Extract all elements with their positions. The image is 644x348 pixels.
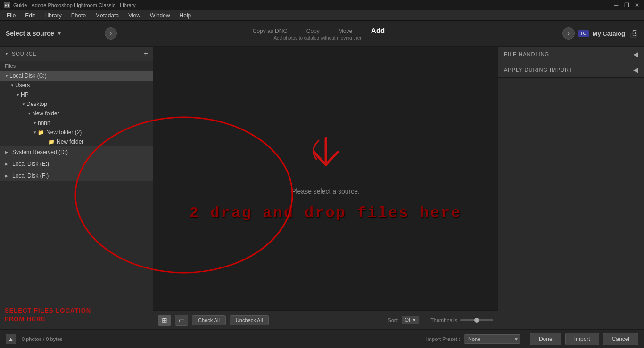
window-controls[interactable]: ─ ❐ ✕ [613, 2, 640, 8]
disk-toggle-d: ▶ [5, 150, 10, 154]
menu-bar: File Edit Library Photo Metadata View Wi… [0, 10, 644, 21]
annotation-line2: FROM HERE [5, 315, 148, 324]
panel-title: ▼ Source [5, 51, 37, 57]
tree-system-reserved[interactable]: ▶ System Reserved (D:) [0, 146, 153, 158]
center-content: Please select a source. 2 drag and drop … [153, 47, 498, 310]
file-label: Files [0, 61, 153, 71]
panel-add-button[interactable]: + [144, 49, 148, 58]
apply-during-import-collapse[interactable]: ◀ [633, 66, 638, 73]
tree-label-users: Users [15, 82, 30, 89]
left-panel: ▼ Source + Files ▼ Local Disk (C:) ▼ Use… [0, 47, 153, 329]
tree-new-folder-2[interactable]: ▼ 📁 New folder (2) [0, 128, 153, 137]
menu-metadata[interactable]: Metadata [91, 11, 124, 20]
menu-view[interactable]: View [124, 11, 145, 20]
svg-line-3 [326, 152, 338, 165]
tree-toggle-desktop: ▼ [21, 102, 26, 106]
tree-nnnn[interactable]: ▼ nnnn [0, 118, 153, 128]
please-select-text: Please select a source. [291, 187, 360, 195]
source-selector[interactable]: Select a source ▾ [6, 30, 105, 37]
disk-label-d: System Reserved (D:) [12, 149, 68, 155]
sort-section: Sort: Off ▾ [388, 316, 419, 324]
tree-label-hp: HP [21, 91, 29, 98]
dest-badge: TO [578, 30, 589, 37]
loupe-view-button[interactable]: ▭ [175, 315, 188, 326]
menu-window[interactable]: Window [145, 11, 175, 20]
tree-desktop[interactable]: ▼ Desktop [0, 99, 153, 109]
sort-select[interactable]: Off ▾ [402, 316, 420, 324]
menu-help[interactable]: Help [175, 11, 196, 20]
tree-hp[interactable]: ▼ HP [0, 90, 153, 99]
left-annotation: SELECT FILES LOCATION FROM HERE [0, 301, 153, 329]
tree-toggle-users: ▼ [9, 83, 15, 88]
maximize-button[interactable]: ❐ [623, 2, 630, 8]
menu-file[interactable]: File [2, 11, 20, 20]
import-preset-section: Import Preset : None [426, 334, 520, 344]
tree-new-folder[interactable]: ▼ New folder [0, 109, 153, 118]
mode-subtitle: Add photos to catalog without moving the… [273, 35, 363, 40]
preset-label: Import Preset : [426, 336, 460, 342]
disk-toggle-e: ▶ [5, 162, 10, 166]
file-handling-title: File Handling [504, 51, 549, 57]
tree-users[interactable]: ▼ Users [0, 81, 153, 90]
bottom-bar: ▲ 0 photos / 0 bytes Import Preset : Non… [0, 329, 644, 348]
disk-toggle-f: ▶ [5, 173, 10, 178]
menu-library[interactable]: Library [40, 11, 66, 20]
file-handling-collapse[interactable]: ◀ [633, 50, 638, 58]
thumbnails-label: Thumbnails [430, 317, 457, 323]
disk-label-f: Local Disk (F:) [12, 172, 49, 179]
mode-copy[interactable]: Copy [306, 28, 320, 34]
check-all-button[interactable]: Check All [192, 315, 226, 325]
uncheck-all-button[interactable]: Uncheck All [230, 315, 269, 325]
tree-local-disk-f[interactable]: ▶ Local Disk (F:) [0, 170, 153, 182]
close-button[interactable]: ✕ [634, 2, 640, 8]
source-dropdown-arrow: ▾ [58, 30, 61, 37]
expand-button[interactable]: ▲ [6, 334, 16, 344]
mode-add[interactable]: Add [371, 26, 385, 34]
thumbnails-section: Thumbnails [430, 317, 493, 323]
tree-toggle-hp: ▼ [15, 93, 21, 97]
dest-label: My Catalog [593, 30, 625, 37]
dest-arrow-button[interactable]: › [562, 27, 575, 40]
folder-icon-nfc: 📁 [48, 139, 55, 145]
catalog-icon: 🖨 [629, 28, 638, 39]
tree-label-nfc: New folder [57, 138, 83, 145]
preset-wrapper: None [464, 334, 520, 344]
drag-drop-text: 2 drag and drop files here [190, 204, 462, 222]
tree-label-desktop: Desktop [26, 101, 47, 107]
apply-during-import-title: Apply During Import [504, 67, 573, 73]
import-button[interactable]: Import [565, 333, 599, 345]
minimize-button[interactable]: ─ [613, 2, 619, 8]
panel-header: ▼ Source + [0, 47, 153, 61]
tree-local-disk-c[interactable]: ▼ Local Disk (C:) [0, 71, 153, 81]
menu-edit[interactable]: Edit [20, 11, 40, 20]
tree-label-nnnn: nnnn [38, 120, 50, 126]
tree-new-folder-child[interactable]: 📁 New folder [0, 137, 153, 146]
file-handling-header: File Handling ◀ [498, 47, 644, 62]
tree-label-new-folder: New folder [32, 110, 59, 117]
tree-local-disk-e[interactable]: ▶ Local Disk (E:) [0, 158, 153, 170]
mode-move[interactable]: Move [339, 28, 352, 34]
apply-during-import-header: Apply During Import ◀ [498, 62, 644, 78]
source-label: Select a source [6, 30, 54, 37]
file-tree: ▼ Local Disk (C:) ▼ Users ▼ HP [0, 71, 153, 301]
panel-title-text: Source [12, 51, 37, 57]
done-button[interactable]: Done [530, 333, 561, 345]
menu-photo[interactable]: Photo [66, 11, 91, 20]
arrow-down-svg [307, 136, 345, 178]
cancel-button[interactable]: Cancel [603, 333, 638, 345]
window-title: Guide - Adobe Photoshop Lightroom Classi… [13, 2, 613, 8]
mode-copy-dng[interactable]: Copy as DNG [253, 28, 288, 34]
center-bottom-toolbar: ⊞ ▭ Check All Uncheck All Sort: Off ▾ Th… [153, 310, 498, 329]
right-panel: File Handling ◀ Apply During Import ◀ [498, 47, 644, 329]
tree-label-c: Local Disk (C:) [9, 73, 47, 79]
panel-triangle: ▼ [5, 52, 9, 56]
grid-view-button[interactable]: ⊞ [158, 315, 171, 326]
tree-toggle-new-folder: ▼ [26, 112, 32, 116]
annotation-line1: SELECT FILES LOCATION [5, 307, 148, 315]
content-area: ▼ Source + Files ▼ Local Disk (C:) ▼ Use… [0, 47, 644, 329]
preset-select[interactable]: None [464, 334, 520, 344]
tree-label-nf2: New folder (2) [46, 129, 82, 136]
source-next-button[interactable]: › [105, 27, 117, 40]
thumbnail-slider[interactable] [460, 319, 493, 321]
app-icon: Ps [4, 2, 10, 8]
